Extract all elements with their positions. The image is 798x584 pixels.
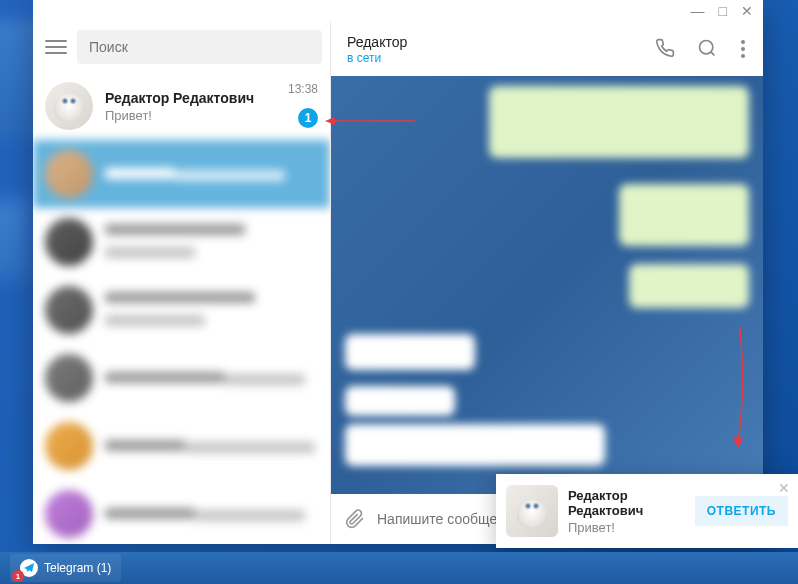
message-incoming bbox=[345, 334, 475, 370]
attachment-icon[interactable] bbox=[345, 509, 365, 529]
chat-header-info[interactable]: Редактор в сети bbox=[347, 34, 639, 65]
message-outgoing bbox=[489, 86, 749, 158]
maximize-button[interactable]: □ bbox=[719, 4, 727, 18]
popup-sender: Редактор Редактович bbox=[568, 488, 685, 518]
chat-content: Редактор в сети bbox=[331, 22, 763, 544]
search-input[interactable] bbox=[77, 30, 322, 64]
chat-list: Редактор Редактович Привет! 13:38 1 bbox=[33, 72, 330, 544]
svg-point-0 bbox=[700, 41, 713, 54]
window-titlebar: — □ ✕ bbox=[33, 0, 763, 22]
avatar bbox=[45, 490, 93, 538]
chat-header-name: Редактор bbox=[347, 34, 639, 50]
chat-item-blurred[interactable] bbox=[33, 276, 330, 344]
sidebar: Редактор Редактович Привет! 13:38 1 bbox=[33, 22, 331, 544]
hamburger-menu-icon[interactable] bbox=[45, 40, 67, 54]
chat-header-status: в сети bbox=[347, 51, 639, 65]
chat-item-blurred[interactable] bbox=[33, 480, 330, 544]
avatar bbox=[45, 150, 93, 198]
unread-badge: 1 bbox=[298, 108, 318, 128]
chat-item-blurred[interactable] bbox=[33, 412, 330, 480]
popup-avatar bbox=[506, 485, 558, 537]
taskbar-label: Telegram (1) bbox=[44, 561, 111, 575]
more-menu-icon[interactable] bbox=[739, 38, 747, 60]
app-main: Редактор Редактович Привет! 13:38 1 bbox=[33, 22, 763, 544]
popup-close-icon[interactable]: ✕ bbox=[778, 480, 790, 496]
chat-item-blurred[interactable] bbox=[33, 208, 330, 276]
popup-text: Редактор Редактович Привет! bbox=[568, 488, 685, 535]
message-outgoing bbox=[619, 184, 749, 246]
avatar bbox=[45, 422, 93, 470]
chat-name: Редактор Редактович bbox=[105, 90, 318, 106]
messages-area[interactable] bbox=[331, 76, 763, 494]
popup-message: Привет! bbox=[568, 520, 685, 535]
avatar bbox=[45, 354, 93, 402]
avatar bbox=[45, 286, 93, 334]
chat-header: Редактор в сети bbox=[331, 22, 763, 76]
message-incoming bbox=[345, 424, 605, 466]
message-incoming bbox=[345, 386, 455, 416]
chat-item-редактор[interactable]: Редактор Редактович Привет! 13:38 1 bbox=[33, 72, 330, 140]
taskbar: Telegram (1) 1 bbox=[0, 552, 798, 584]
search-icon[interactable] bbox=[697, 38, 717, 58]
telegram-window: — □ ✕ Редактор Редактович Привет! 13:38 … bbox=[33, 0, 763, 544]
avatar bbox=[45, 82, 93, 130]
chat-item-blurred[interactable] bbox=[33, 344, 330, 412]
close-button[interactable]: ✕ bbox=[741, 4, 753, 18]
message-outgoing bbox=[629, 264, 749, 308]
header-actions bbox=[655, 38, 747, 60]
chat-item-blurred[interactable] bbox=[33, 140, 330, 208]
minimize-button[interactable]: — bbox=[691, 4, 705, 18]
chat-time: 13:38 bbox=[288, 82, 318, 96]
chat-text: Редактор Редактович Привет! bbox=[105, 90, 318, 123]
taskbar-telegram[interactable]: Telegram (1) 1 bbox=[10, 554, 121, 582]
notification-popup: Редактор Редактович Привет! ОТВЕТИТЬ ✕ bbox=[496, 474, 798, 548]
sidebar-header bbox=[33, 22, 330, 72]
reply-button[interactable]: ОТВЕТИТЬ bbox=[695, 496, 788, 526]
svg-line-1 bbox=[711, 52, 715, 56]
avatar bbox=[45, 218, 93, 266]
phone-icon[interactable] bbox=[655, 38, 675, 58]
chat-preview: Привет! bbox=[105, 108, 318, 123]
taskbar-badge: 1 bbox=[12, 570, 24, 582]
